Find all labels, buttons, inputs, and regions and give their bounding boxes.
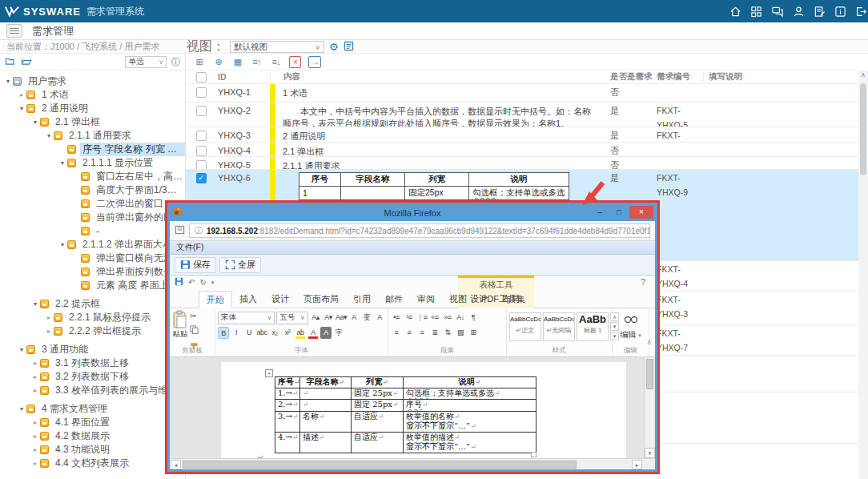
tree-item[interactable]: 窗口左右居中，高度小于界面1/3的窗... [0, 170, 185, 183]
tree-item[interactable]: ▸1 术语 [0, 88, 185, 102]
highlight-color-icon[interactable]: ab [295, 327, 306, 339]
context-tab-布局[interactable]: 布局 [495, 291, 527, 308]
column-header[interactable]: 序号↵ [275, 377, 300, 388]
line-spacing-icon[interactable]: ⇅ [442, 327, 453, 339]
grow-font-icon[interactable]: A▴ [310, 312, 321, 324]
column-header[interactable]: 说明↵ [404, 377, 536, 388]
add-demand-icon[interactable]: ▦ [231, 56, 243, 68]
table-cell[interactable]: 名称↵ [300, 411, 352, 432]
user-icon[interactable] [793, 6, 805, 18]
table-resize-handle[interactable] [531, 452, 536, 457]
tree-item[interactable]: 序号 字段名称 列宽 说明 1. 固定25px 勾... [0, 143, 185, 156]
table-row[interactable]: YHXQ-11 术语否 [186, 84, 858, 103]
delete-icon[interactable]: × [289, 56, 301, 68]
paste-button[interactable]: 粘贴 [172, 310, 188, 348]
add-child-icon[interactable]: ⊕ [212, 56, 224, 68]
table-cell[interactable]: 3.→↵ [275, 411, 300, 432]
add-sibling-icon[interactable]: ⊞ [193, 56, 205, 68]
tree-item[interactable]: ▸4.3 功能说明 [0, 443, 185, 457]
table-cell[interactable]: 1.→↵ [275, 388, 300, 399]
font-color-icon[interactable]: A [307, 327, 319, 339]
pinyin-guide-icon[interactable]: 变 [361, 312, 372, 324]
tab-插入[interactable]: 插入 [232, 291, 264, 308]
tab-审阅[interactable]: 审阅 [410, 291, 442, 308]
table-cell[interactable]: 序号↵ [404, 399, 536, 411]
bullet-list-icon[interactable]: •≡ [391, 312, 402, 324]
sort-icon[interactable]: A↓ [455, 312, 466, 324]
expand-all-folder-icon[interactable] [5, 54, 16, 69]
row-checkbox[interactable] [196, 131, 207, 141]
subscript-icon[interactable]: x₂ [269, 327, 280, 339]
table-cell[interactable]: ↵ [300, 399, 352, 411]
tree-item[interactable]: ▾2.1.1 通用要求 [0, 129, 185, 143]
font-family-select[interactable]: 宋体∨ [218, 312, 275, 324]
multilevel-list-icon[interactable]: ⋮≡ [416, 312, 428, 324]
document-horizontal-scrollbar[interactable]: ◂ ▸ [170, 458, 655, 469]
chevron-down-icon[interactable]: ▾ [30, 300, 40, 308]
chevron-down-icon[interactable]: ▾ [17, 346, 26, 353]
chevron-down-icon[interactable]: ▾ [3, 78, 13, 85]
char-shading-icon[interactable]: A [320, 327, 332, 339]
char-border-icon[interactable]: A [374, 312, 385, 324]
exit-icon[interactable] [855, 6, 866, 18]
chevron-right-icon[interactable]: ▸ [30, 387, 40, 394]
tree-item[interactable]: ▾2.1.1.1 显示位置 [0, 156, 185, 170]
tree-item[interactable]: ▾3 通用功能 [0, 343, 185, 356]
tree-item[interactable]: 元素 高度 界面上边线 1 标题栏 28 p [0, 279, 185, 292]
chevron-right-icon[interactable]: ▸ [30, 446, 40, 453]
table-row[interactable]: YHXQ-2 本文中，中括号中内容为平台插入的数据，数据显示时无中括号。如：名称… [186, 103, 858, 127]
view-select[interactable]: 默认视图 ∨ [230, 41, 324, 53]
tab-引用[interactable]: 引用 [346, 291, 378, 308]
row-checkbox[interactable] [196, 106, 207, 116]
tree-item[interactable]: ▾4 需求文档管理 [0, 402, 185, 416]
table-cell[interactable]: 4.→↵ [275, 432, 300, 453]
table-row[interactable]: YHXQ-32 通用说明是FKXT-YHXQ-1 [186, 127, 858, 143]
tree-item[interactable]: ▾用户需求 [0, 74, 185, 88]
increase-indent-icon[interactable]: »≡ [442, 312, 453, 324]
tree-item[interactable]: ▾2.1 弹出框 [0, 115, 185, 129]
table-cell[interactable]: 勾选框；支持单选或多选↵ [404, 388, 536, 399]
strikethrough-icon[interactable]: abc [256, 327, 267, 339]
maximize-button[interactable]: □ [610, 206, 628, 219]
borders-icon[interactable]: ⊞ [468, 327, 479, 339]
main-scrollbar[interactable]: ∧ [858, 70, 868, 479]
tree-item[interactable]: 当前弹出窗外的区域遮罩显示。 [0, 211, 185, 224]
align-center-icon[interactable]: ≡ [404, 327, 415, 339]
tree-item[interactable]: ▾2.2 提示框 [0, 297, 185, 311]
tab-开始[interactable]: 开始 [199, 291, 232, 308]
superscript-icon[interactable]: x² [282, 327, 293, 339]
chevron-down-icon[interactable]: ▾ [44, 132, 54, 139]
firefox-title-bar[interactable]: Mozilla Firefox – □ × [170, 205, 655, 221]
table-cell[interactable]: 固定 25px↵ [352, 388, 404, 399]
chevron-down-icon[interactable]: ▾ [58, 241, 67, 248]
table-cell[interactable]: 描述↵ [300, 432, 352, 453]
column-header[interactable]: 列宽↵ [352, 377, 404, 388]
table-cell[interactable]: 2.→↵ [275, 399, 300, 411]
url-bar[interactable]: ⓘ 192.168.5.202:8182/editDemand.html?id=… [189, 223, 650, 238]
style-card[interactable]: AaBbCcDd↵无间隔 [543, 312, 575, 341]
style-card[interactable]: AaBbCcDd↵正文 [509, 312, 541, 341]
tree-filter-select[interactable]: 单选 ∨ [125, 56, 167, 68]
chevron-right-icon[interactable]: ▸ [44, 314, 54, 321]
align-left-icon[interactable]: ≡ [391, 327, 402, 339]
redo-icon[interactable]: ↻ [199, 278, 206, 287]
tab-邮件[interactable]: 邮件 [378, 291, 410, 308]
tree-item[interactable]: - [0, 224, 185, 238]
form-view-icon[interactable] [344, 40, 354, 54]
italic-icon[interactable]: I [231, 327, 242, 339]
chevron-right-icon[interactable]: ▸ [30, 373, 40, 380]
quick-save-icon[interactable] [175, 277, 183, 288]
find-icon[interactable] [624, 313, 638, 328]
align-right-icon[interactable]: ≡ [416, 327, 428, 339]
table-cell[interactable]: 自适应↵ [352, 432, 404, 453]
table-cell[interactable]: 枚举值的名称↵显示不下显示“…”↵ [404, 411, 536, 432]
tree-item[interactable]: ▸3.1 列表数据上移 [0, 356, 185, 370]
move-down-icon[interactable]: ≡↓ [270, 56, 282, 68]
chevron-right-icon[interactable]: ▸ [30, 460, 40, 467]
fullscreen-button[interactable]: 全屏 [219, 257, 261, 273]
editing-button[interactable]: 编辑 ▾ [620, 329, 641, 340]
row-checkbox[interactable] [196, 146, 207, 156]
copy-icon[interactable] [190, 323, 199, 337]
style-card[interactable]: AaBb标题 1 [577, 312, 609, 341]
document-edit-icon[interactable] [814, 6, 826, 18]
